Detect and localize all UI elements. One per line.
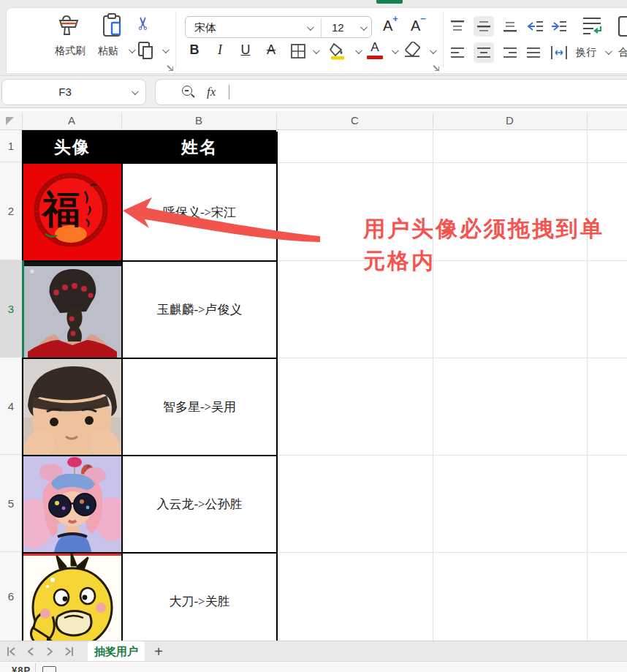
red-annotation-arrow	[117, 192, 329, 250]
column-header-c[interactable]: C	[351, 114, 359, 127]
formula-caret	[229, 85, 229, 99]
formula-input[interactable]: fx	[155, 79, 627, 105]
column-header-b[interactable]: B	[195, 114, 202, 127]
select-all-corner[interactable]	[6, 117, 14, 125]
formula-bar: F3 fx	[0, 75, 627, 108]
fortune-fu-ornament-avatar[interactable]: 福	[23, 164, 121, 260]
header-cell-name[interactable]: 姓名	[123, 132, 278, 164]
align-middle-icon[interactable]	[476, 20, 491, 36]
clipped-status-icon	[42, 666, 56, 672]
copy-icon[interactable]	[137, 41, 156, 64]
borders-icon[interactable]	[291, 44, 305, 61]
svg-text:❀: ❀	[29, 268, 35, 275]
sheet-tab-bar: 抽奖用户 +	[0, 641, 627, 661]
text-spacing-icon[interactable]	[550, 45, 569, 64]
column-header-d[interactable]: D	[506, 114, 514, 127]
increase-indent-icon[interactable]	[550, 19, 567, 37]
svg-text:福: 福	[41, 189, 80, 230]
cell-a4[interactable]	[23, 359, 123, 456]
magnifier-icon[interactable]	[182, 86, 192, 96]
active-sheet-tab[interactable]: 抽奖用户	[88, 641, 145, 662]
next-sheet-icon[interactable]	[44, 646, 56, 657]
decrease-indent-icon[interactable]	[526, 19, 544, 37]
grid-lines	[276, 130, 627, 641]
font-name-chevron-icon[interactable]	[307, 23, 314, 31]
align-top-icon[interactable]	[450, 20, 465, 36]
toddler-photo-avatar[interactable]	[23, 359, 121, 455]
font-group-expand-icon[interactable]	[433, 64, 439, 71]
paste-clipboard-icon	[101, 29, 124, 41]
row-header-4[interactable]: 4	[0, 358, 22, 455]
cell-b6-name[interactable]: 大刀->关胜	[123, 554, 278, 651]
window-accent-bar	[376, 0, 403, 4]
cell-a3[interactable]: ❀	[23, 262, 123, 359]
first-sheet-icon[interactable]	[6, 646, 18, 657]
cell-b4-name[interactable]: 智多星->吴用	[123, 359, 278, 456]
merge-label-partial[interactable]: 合	[618, 46, 627, 59]
row-header-gutter: 1 2 3 4 5 6	[0, 130, 22, 641]
header-cell-avatar[interactable]: 头像	[23, 132, 123, 164]
cell-b3-name[interactable]: 玉麒麟->卢俊义	[123, 262, 278, 359]
add-sheet-icon[interactable]: +	[150, 642, 167, 661]
format-painter-icon	[56, 28, 82, 40]
name-box-value: F3	[2, 86, 128, 98]
increase-font-size-button[interactable]: A+	[383, 16, 398, 34]
format-painter-button[interactable]	[56, 13, 82, 41]
row-header-6[interactable]: 6	[0, 552, 22, 641]
ribbon-divider	[175, 12, 176, 67]
align-right-icon[interactable]	[503, 46, 517, 62]
autowrap-icon[interactable]	[580, 15, 605, 41]
merge-cells-icon-partial[interactable]	[618, 15, 627, 41]
wrap-text-label[interactable]: 换行	[576, 46, 596, 59]
strikethrough-button[interactable]: A	[262, 42, 280, 58]
column-header-strip: A B C D	[0, 111, 627, 130]
selected-row-accent-bar	[22, 260, 24, 358]
clipboard-group-expand-icon[interactable]	[167, 64, 173, 71]
psyduck-cartoon-avatar[interactable]	[23, 554, 121, 649]
combo-divider	[321, 18, 322, 37]
align-left-icon[interactable]	[450, 46, 465, 62]
font-size-value[interactable]: 12	[332, 21, 344, 34]
underline-button[interactable]: U	[237, 42, 254, 58]
font-name-size-combo[interactable]: 宋体 12	[185, 16, 372, 38]
cell-b5-name[interactable]: 入云龙->公孙胜	[123, 456, 278, 554]
row-header-5[interactable]: 5	[0, 455, 22, 552]
red-dress-braid-photo-avatar[interactable]: ❀	[23, 262, 121, 358]
annotation-text: 用户头像必须拖拽到单元格内	[363, 213, 620, 277]
font-color-icon[interactable]: A	[367, 40, 383, 59]
font-name-value[interactable]: 宋体	[194, 21, 216, 35]
row-header-2[interactable]: 2	[0, 162, 22, 260]
cell-a6[interactable]	[23, 554, 123, 651]
name-box-chevron-icon[interactable]	[132, 88, 139, 95]
font-size-chevron-icon[interactable]	[360, 23, 368, 31]
column-header-a[interactable]: A	[68, 114, 75, 127]
clipped-status-fragment: ¥8P	[12, 665, 31, 672]
spreadsheet-app-window: 格式刷 粘贴 ✂ 宋体 12 A+ A− B I U A	[0, 0, 627, 672]
fill-color-icon[interactable]	[329, 42, 346, 64]
clear-format-eraser-icon[interactable]	[403, 42, 422, 62]
bold-button[interactable]: B	[186, 42, 203, 58]
plus-icon: +	[392, 13, 398, 24]
row-header-3-selected[interactable]: 3	[0, 260, 22, 358]
cell-a2[interactable]: 福	[23, 164, 123, 262]
status-divider	[35, 663, 36, 672]
cut-scissors-icon[interactable]: ✂	[133, 16, 153, 31]
minus-icon: −	[420, 13, 426, 24]
ribbon-divider	[443, 12, 444, 67]
fx-icon[interactable]: fx	[207, 85, 216, 99]
name-box[interactable]: F3	[1, 79, 146, 105]
align-bottom-icon[interactable]	[503, 20, 517, 36]
align-center-icon[interactable]	[476, 46, 491, 62]
prev-sheet-icon[interactable]	[25, 646, 37, 657]
cell-a5[interactable]	[23, 456, 123, 554]
format-painter-label[interactable]: 格式刷	[55, 45, 86, 58]
status-bar-partial: ¥8P	[0, 661, 627, 672]
last-sheet-icon[interactable]	[63, 646, 75, 657]
italic-button[interactable]: I	[211, 42, 229, 58]
paste-label[interactable]: 粘贴	[98, 45, 118, 58]
justify-icon[interactable]	[526, 46, 541, 62]
row-header-1[interactable]: 1	[0, 130, 22, 162]
decrease-font-size-button[interactable]: A−	[411, 16, 426, 34]
pink-hair-girl-art-avatar[interactable]	[23, 456, 121, 552]
paste-button[interactable]	[101, 12, 124, 42]
